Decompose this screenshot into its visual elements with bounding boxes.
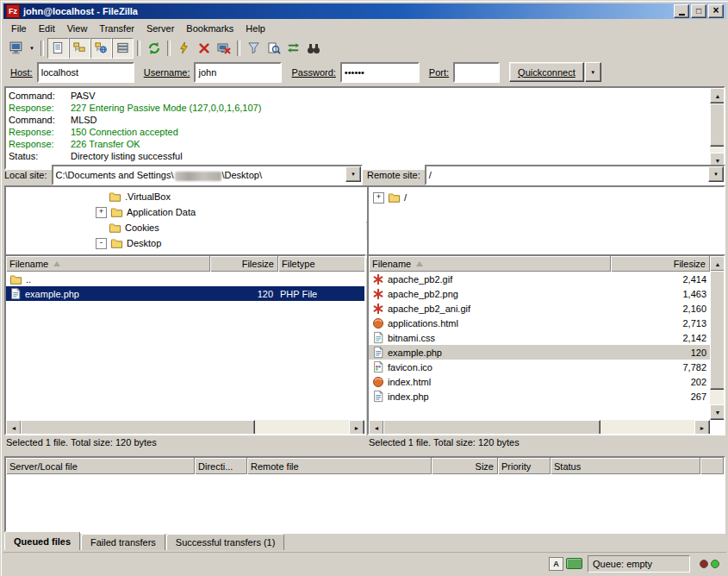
close-button[interactable]: ×: [708, 4, 724, 18]
file-row[interactable]: favicon.ico 7,782: [369, 360, 710, 374]
file-row[interactable]: applications.html 2,713: [369, 316, 710, 330]
file-row[interactable]: index.html 202: [369, 374, 710, 389]
scroll-down-icon[interactable]: ▼: [710, 404, 725, 420]
tree-item[interactable]: Cookies: [6, 220, 364, 235]
column-header-local-file[interactable]: Server/Local file: [6, 458, 195, 474]
expand-icon[interactable]: +: [373, 192, 384, 203]
file-row[interactable]: bitnami.css 2,142: [369, 330, 710, 345]
remote-site-dropdown-icon[interactable]: ▼: [708, 166, 724, 182]
scrollbar-thumb[interactable]: [710, 103, 725, 147]
file-row[interactable]: apache_pb2_ani.gif 2,160: [369, 301, 710, 316]
local-site-combobox[interactable]: C:\Documents and Settings\\Desktop\ ▼: [52, 165, 363, 185]
tree-item[interactable]: + Application Data: [6, 204, 364, 220]
filter-icon[interactable]: [244, 39, 264, 58]
encryption-icon[interactable]: [566, 558, 582, 569]
cancel-icon[interactable]: [194, 39, 214, 58]
menu-view[interactable]: View: [61, 21, 94, 36]
column-header-filesize[interactable]: Filesize: [210, 256, 278, 272]
column-header-filesize[interactable]: Filesize: [611, 256, 710, 272]
local-site-dropdown-icon[interactable]: ▼: [345, 166, 361, 182]
site-manager-icon[interactable]: [7, 39, 27, 58]
column-header-direction[interactable]: Directi...: [195, 458, 247, 474]
file-row[interactable]: apache_pb2.gif 2,414: [369, 272, 710, 286]
collapse-icon[interactable]: -: [96, 238, 107, 249]
file-row[interactable]: index.php 267: [369, 389, 710, 404]
maximize-button[interactable]: □: [691, 4, 706, 18]
queue-tabs: Queued files Failed transfers Successful…: [4, 532, 285, 550]
tree-item[interactable]: + /: [369, 190, 724, 205]
log-line-type: Response:: [9, 102, 71, 114]
username-input[interactable]: [194, 62, 282, 83]
remote-list-scrollbar[interactable]: ▲ ▼: [710, 256, 724, 420]
column-header-filetype[interactable]: Filetype: [278, 256, 365, 272]
tree-item-label: Cookies: [125, 222, 159, 233]
column-header-lastmodified[interactable]: L: [365, 256, 366, 272]
tab-failed-transfers[interactable]: Failed transfers: [81, 534, 165, 550]
expand-icon[interactable]: +: [96, 207, 107, 218]
queue-toggle-icon[interactable]: [112, 38, 134, 59]
column-header-filename[interactable]: Filename: [6, 256, 210, 272]
transfer-queue: Server/Local file Directi... Remote file…: [4, 456, 725, 534]
refresh-icon[interactable]: [144, 39, 164, 58]
file-row-selected[interactable]: example.php 120 PHP File 1: [6, 286, 364, 301]
file-size: 120: [209, 286, 277, 301]
column-label: Directi...: [198, 461, 233, 472]
find-icon[interactable]: [303, 39, 323, 58]
file-name: apache_pb2_ani.gif: [388, 304, 470, 314]
menu-server[interactable]: Server: [140, 21, 180, 36]
titlebar[interactable]: Fz john@localhost - FileZilla □ ×: [3, 3, 726, 19]
process-queue-icon[interactable]: [174, 39, 194, 58]
menu-edit[interactable]: Edit: [33, 21, 61, 36]
site-manager-dropdown-icon[interactable]: ▼: [27, 39, 37, 58]
transfer-type-icon[interactable]: A: [549, 557, 563, 571]
scrollbar-thumb[interactable]: [710, 271, 725, 390]
log-line: Response:150 Connection accepted: [9, 126, 706, 138]
remote-tree-toggle-icon[interactable]: [90, 38, 112, 59]
column-label: Server/Local file: [9, 461, 78, 472]
host-label: Host:: [10, 67, 33, 78]
local-list-hscrollbar[interactable]: ◄ ►: [6, 420, 364, 434]
column-header-status[interactable]: Status: [551, 458, 700, 474]
file-row-selected[interactable]: example.php 120: [369, 345, 710, 360]
compare-icon[interactable]: [264, 39, 283, 58]
menu-transfer[interactable]: Transfer: [93, 21, 140, 36]
column-header-filename[interactable]: Filename: [369, 256, 611, 272]
tree-item-label: Desktop: [127, 238, 161, 248]
local-path-suffix: \Desktop\: [222, 170, 262, 180]
tab-queued-files[interactable]: Queued files: [4, 531, 80, 550]
scroll-up-icon[interactable]: ▲: [710, 88, 725, 103]
file-row[interactable]: apache_pb2.png 1,463: [369, 286, 710, 301]
menubar: File Edit View Transfer Server Bookmarks…: [3, 19, 726, 37]
remote-file-list: Filename Filesize apache_pb2.gif 2,414 a…: [367, 254, 725, 435]
column-header-remote-file[interactable]: Remote file: [247, 458, 432, 474]
remote-list-hscrollbar[interactable]: ◄ ►: [369, 420, 710, 434]
tree-item[interactable]: - Desktop: [6, 235, 364, 251]
log-toggle-icon[interactable]: [47, 38, 69, 59]
log-scrollbar[interactable]: ▲ ▼: [710, 88, 724, 168]
minimize-button[interactable]: [674, 4, 689, 18]
scroll-up-icon[interactable]: ▲: [710, 256, 725, 272]
folder-icon: [109, 191, 121, 203]
quickconnect-dropdown-icon[interactable]: ▼: [585, 62, 601, 82]
sync-browsing-icon[interactable]: [283, 39, 303, 58]
log-line-text: 226 Transfer OK: [71, 138, 140, 150]
disconnect-icon[interactable]: [214, 39, 233, 58]
tab-successful-transfers[interactable]: Successful transfers (1): [166, 534, 285, 550]
menu-file[interactable]: File: [5, 21, 33, 36]
local-list-header: Filename Filesize Filetype L: [6, 256, 364, 272]
column-label: Size: [476, 461, 494, 472]
local-tree-toggle-icon[interactable]: [69, 38, 90, 59]
password-input[interactable]: [340, 62, 420, 83]
quickconnect-button[interactable]: Quickconnect: [509, 62, 584, 82]
file-row-parent-dir[interactable]: ..: [6, 272, 364, 286]
folder-icon: [388, 191, 401, 203]
column-header-size[interactable]: Size: [432, 458, 498, 474]
remote-site-combobox[interactable]: / ▼: [425, 165, 725, 185]
menu-bookmarks[interactable]: Bookmarks: [180, 21, 240, 36]
column-header-priority[interactable]: Priority: [498, 458, 551, 474]
port-input[interactable]: [453, 62, 500, 83]
host-input[interactable]: [37, 62, 134, 83]
menu-help[interactable]: Help: [240, 21, 271, 36]
tree-item[interactable]: .VirtualBox: [6, 189, 364, 204]
folder-icon: [9, 273, 22, 285]
